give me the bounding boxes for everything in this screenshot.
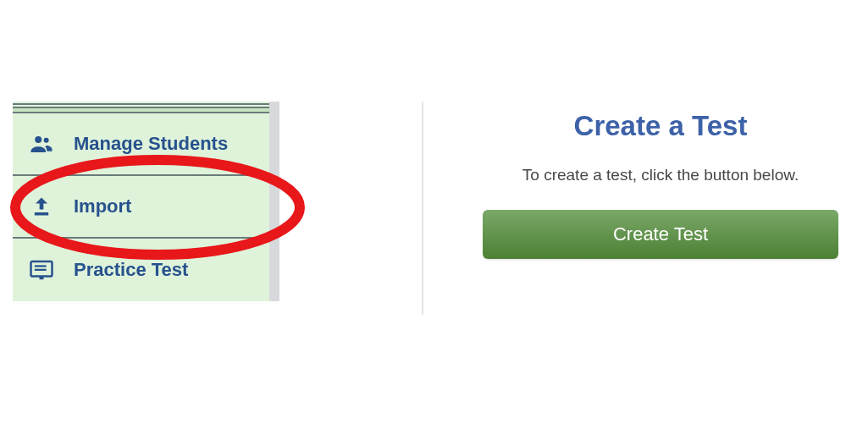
vertical-divider <box>422 102 423 315</box>
svg-rect-2 <box>35 212 48 216</box>
svg-point-1 <box>44 138 49 143</box>
create-test-button[interactable]: Create Test <box>483 210 838 259</box>
sidebar: Manage Students Import Practice Test <box>13 102 279 301</box>
sidebar-fragment: Manage Students Import Practice Test <box>13 102 305 301</box>
create-test-subtitle: To create a test, click the button below… <box>474 166 847 184</box>
sidebar-top-edge <box>13 102 269 113</box>
svg-point-0 <box>35 136 41 143</box>
sidebar-item-label: Practice Test <box>74 259 188 281</box>
list-screen-icon <box>28 256 55 283</box>
sidebar-item-manage-students[interactable]: Manage Students <box>13 113 269 176</box>
svg-rect-6 <box>40 277 44 280</box>
people-icon <box>28 130 55 157</box>
svg-rect-4 <box>35 265 47 267</box>
create-test-title: Create a Test <box>474 110 847 142</box>
sidebar-item-import[interactable]: Import <box>13 176 269 239</box>
upload-icon <box>28 193 55 220</box>
create-test-panel: Create a Test To create a test, click th… <box>474 110 847 259</box>
sidebar-item-practice-test[interactable]: Practice Test <box>13 239 269 301</box>
sidebar-item-label: Manage Students <box>74 133 228 155</box>
sidebar-item-label: Import <box>74 195 131 217</box>
svg-rect-5 <box>35 269 47 271</box>
